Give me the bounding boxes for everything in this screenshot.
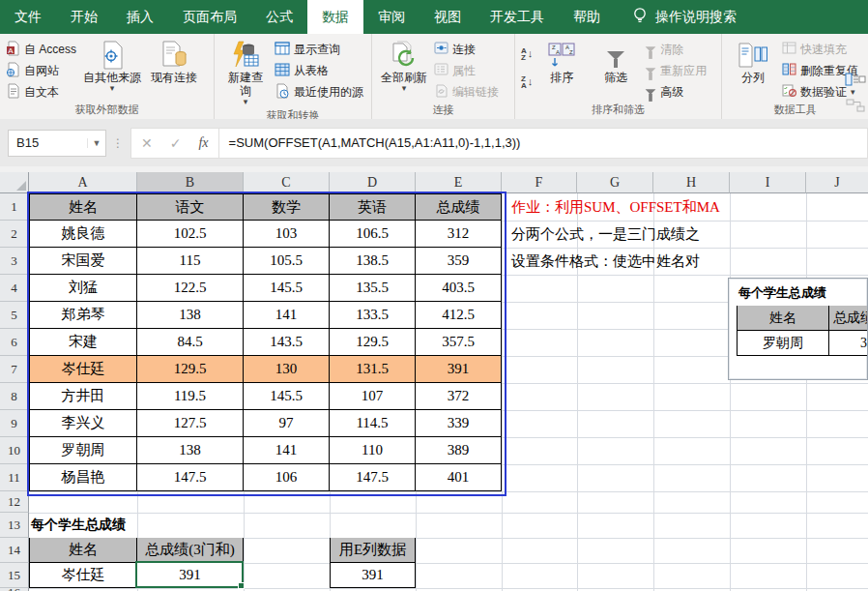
- tab-data[interactable]: 数据: [307, 0, 363, 34]
- e-box-header[interactable]: 用E列数据: [330, 538, 416, 563]
- row-header-8[interactable]: 8: [0, 383, 29, 410]
- col-header-h[interactable]: H: [653, 172, 730, 193]
- cell[interactable]: 359: [416, 248, 502, 275]
- tab-home[interactable]: 开始: [56, 0, 112, 34]
- cell[interactable]: 105.5: [244, 248, 330, 275]
- cell[interactable]: 106: [244, 464, 330, 491]
- cell[interactable]: 145.5: [244, 383, 330, 410]
- connections-button[interactable]: 连接: [434, 40, 499, 59]
- cell[interactable]: 114.5: [330, 410, 416, 437]
- header-cell[interactable]: 数学: [244, 193, 330, 221]
- tab-developer[interactable]: 开发工具: [476, 0, 559, 34]
- cell[interactable]: 罗朝周: [29, 437, 137, 464]
- tell-me-search[interactable]: 操作说明搜索: [632, 0, 737, 34]
- cell[interactable]: 李兴义: [29, 410, 137, 437]
- cell[interactable]: 宋国爱: [29, 248, 137, 275]
- cell[interactable]: 84.5: [137, 329, 244, 356]
- col-header-b[interactable]: B: [137, 172, 244, 193]
- formula-input[interactable]: =SUM(OFFSET(A1,MATCH(A15,A1:A11,0)-1,1,1…: [219, 128, 868, 159]
- header-cell[interactable]: 总成绩: [416, 193, 502, 221]
- row-header-3[interactable]: 3: [0, 248, 29, 275]
- e-box-value[interactable]: 391: [330, 563, 416, 588]
- cell[interactable]: 391: [416, 356, 502, 383]
- cell[interactable]: 138: [137, 437, 244, 464]
- flash-fill-button[interactable]: 快速填充: [782, 40, 858, 59]
- note-line-3[interactable]: 设置条件格式：使选中姓名对: [511, 248, 700, 275]
- cell[interactable]: 131.5: [330, 356, 416, 383]
- col-header-e[interactable]: E: [416, 172, 502, 193]
- cell[interactable]: 127.5: [137, 410, 244, 437]
- col-header-c[interactable]: C: [244, 172, 330, 193]
- row-header-2[interactable]: 2: [0, 221, 29, 248]
- from-other-sources-button[interactable]: 自其他来源 ▾: [80, 38, 144, 94]
- cell[interactable]: 339: [416, 410, 502, 437]
- cell[interactable]: 130: [244, 356, 330, 383]
- new-query-button[interactable]: 新建查询 ▾: [220, 38, 271, 107]
- row-header-9[interactable]: 9: [0, 410, 29, 437]
- cell[interactable]: 312: [416, 221, 502, 248]
- from-web-button[interactable]: 自网站: [6, 61, 76, 80]
- summary-header-name[interactable]: 姓名: [29, 538, 137, 563]
- summary-name-cell[interactable]: 岑仕廷: [29, 563, 137, 588]
- tab-insert[interactable]: 插入: [112, 0, 168, 34]
- cell[interactable]: 岑仕廷: [29, 356, 137, 383]
- cell[interactable]: 138: [137, 302, 244, 329]
- clear-filter-button[interactable]: 清除: [645, 40, 707, 59]
- cell[interactable]: 107: [330, 383, 416, 410]
- row-header-12[interactable]: 12: [0, 491, 29, 513]
- col-header-d[interactable]: D: [330, 172, 416, 193]
- row-header-5[interactable]: 5: [0, 302, 29, 329]
- cell[interactable]: 122.5: [137, 275, 244, 302]
- sort-button[interactable]: ZAAZ 排序: [536, 38, 587, 86]
- from-text-button[interactable]: 自文本: [6, 82, 76, 102]
- col-header-a[interactable]: A: [29, 172, 137, 193]
- existing-connections-button[interactable]: 现有连接: [148, 38, 200, 86]
- note-line-1[interactable]: 作业：利用SUM、OFFSET和MA: [511, 193, 720, 221]
- from-table-button[interactable]: 从表格: [275, 61, 363, 80]
- col-header-g[interactable]: G: [577, 172, 653, 193]
- cell[interactable]: 119.5: [137, 383, 244, 410]
- cell[interactable]: 401: [416, 464, 502, 491]
- show-queries-button[interactable]: 显示查询: [275, 40, 363, 59]
- cancel-icon[interactable]: ✕: [141, 135, 153, 151]
- summary-header-total[interactable]: 总成绩(3门和): [137, 538, 244, 563]
- cell[interactable]: 403.5: [416, 275, 502, 302]
- row-header-11[interactable]: 11: [0, 464, 29, 491]
- tab-formulas[interactable]: 公式: [251, 0, 307, 34]
- relationships-icon[interactable]: [845, 99, 868, 116]
- cell[interactable]: 141: [244, 302, 330, 329]
- cell[interactable]: 郑弟琴: [29, 302, 137, 329]
- recent-sources-button[interactable]: 最近使用的源: [275, 82, 363, 102]
- cell[interactable]: 145.5: [244, 275, 330, 302]
- cell[interactable]: 宋建: [29, 329, 137, 356]
- cell[interactable]: 135.5: [330, 275, 416, 302]
- header-cell[interactable]: 语文: [137, 193, 244, 221]
- row-header-6[interactable]: 6: [0, 329, 29, 356]
- cell[interactable]: 102.5: [137, 221, 244, 248]
- row-header-7[interactable]: 7: [0, 356, 29, 383]
- tab-page-layout[interactable]: 页面布局: [168, 0, 251, 34]
- filter-button[interactable]: 筛选: [591, 38, 641, 86]
- sort-descending-button[interactable]: ZA↓: [521, 73, 533, 92]
- row-header-1[interactable]: 1: [0, 193, 29, 221]
- cell[interactable]: 杨昌艳: [29, 464, 137, 491]
- header-cell[interactable]: 英语: [330, 193, 416, 221]
- cell[interactable]: 147.5: [330, 464, 416, 491]
- note-line-2[interactable]: 分两个公式，一是三门成绩之: [511, 221, 700, 248]
- enter-icon[interactable]: ✓: [170, 135, 182, 151]
- cell[interactable]: 110: [330, 437, 416, 464]
- cell[interactable]: 143.5: [244, 329, 330, 356]
- cell[interactable]: 372: [416, 383, 502, 410]
- cell[interactable]: 刘猛: [29, 275, 137, 302]
- col-header-j[interactable]: J: [806, 172, 868, 193]
- row-header-13[interactable]: 13: [0, 513, 29, 538]
- row-header-4[interactable]: 4: [0, 275, 29, 302]
- cell[interactable]: 97: [244, 410, 330, 437]
- select-all-button[interactable]: [0, 172, 29, 193]
- cell[interactable]: 129.5: [330, 329, 416, 356]
- cell[interactable]: 方井田: [29, 383, 137, 410]
- text-to-columns-button[interactable]: 分列: [728, 38, 778, 86]
- tab-help[interactable]: 帮助: [559, 0, 615, 34]
- result-panel[interactable]: 每个学生总成绩 姓名 总成绩 罗朝周 3: [728, 278, 868, 380]
- advanced-filter-button[interactable]: 高级: [645, 82, 707, 102]
